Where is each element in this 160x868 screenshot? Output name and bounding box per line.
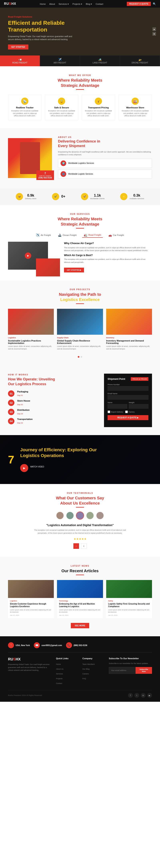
news-excerpt-3: Lorem ipsum dolor sit amet consectetur a… [108,609,150,613]
service-secondary-image [36,258,60,276]
footer-contact-email: ✉️ user0001@gmail.com [34,642,62,648]
footer-link-services[interactable]: Services [56,672,78,675]
footer-email-text: user0001@gmail.com [42,644,62,647]
how-it-works-section: HOW IT WORKS How We Operate: Unveiling O… [0,366,160,435]
request-quote-button[interactable]: REQUEST A QUOTE [127,2,151,6]
track-button[interactable]: TRACK & TRACE [131,377,149,381]
footer-link-team[interactable]: Team Members [82,662,104,665]
news-title-3: Logistic Safety First: Ensuring Security… [108,602,150,608]
footer-link-projects[interactable]: Projects [56,676,78,680]
footer-link-contact[interactable]: Contact [56,681,78,685]
shipment-checkboxes: Export Delivery Factory [108,410,149,413]
why-choose-title: Why Choose Air Cargo? [64,242,152,245]
search-icon[interactable]: 🔍 [153,2,156,5]
tab-road-freight-svc[interactable]: 🚛 Road Freight [82,232,103,238]
testimonials-label: OUR TESTIMONIALS [8,492,152,494]
footer-link-blog[interactable]: Our Blog [82,667,104,671]
facebook-icon[interactable]: f [128,693,133,698]
dot-1[interactable] [78,356,79,358]
about-section: 7 Call Our Support (336) 502-0156 ABOUT … [0,128,160,188]
phone-input[interactable] [108,386,149,391]
tab-road-freight[interactable]: 🚛 ROAD FREIGHT [0,56,40,66]
factory-checkbox[interactable]: Factory [125,410,135,413]
request-quote-submit-button[interactable]: REQUEST A QUOTE ▶ [108,415,149,420]
video-text: Journey of Efficiency: Exploring Our Log… [20,447,152,472]
footer-company-col: Company Team Members Our Blog Careers FA… [82,657,104,686]
feature-title: Safe & Secure [48,106,75,109]
news-grid: Logistics Elevate Customer Experience th… [8,580,152,618]
dot-2[interactable] [81,356,82,358]
avatar-3[interactable] [76,512,84,520]
tab-ocean-freight[interactable]: 🚢 Ocean Freight [56,232,78,238]
feature-realtime-tracker: 📡 Realtime Tracker Excepteur sint occaec… [8,95,42,120]
play-button[interactable]: ▶ [25,252,31,259]
footer-link-careers[interactable]: Careers [82,672,104,675]
get-started-button[interactable]: GET STARTED ▶ [64,268,84,273]
step-info-4: Transportation Day 04 [17,418,33,424]
linkedin-icon[interactable]: in [141,693,145,698]
avatar-5[interactable] [96,512,104,520]
drone-freight-label: DRONE FREIGHT [122,62,158,64]
nav-item-home[interactable]: Home [40,2,46,6]
weight-group: Weight [129,402,149,408]
tab-land-freight[interactable]: 🚜 LAND FREIGHT [80,56,120,66]
avatar-4[interactable] [86,512,94,520]
email-input[interactable] [108,395,149,400]
youtube-icon[interactable]: ▶ [147,693,152,698]
footer-link-home[interactable]: Home [56,662,78,665]
tab-drone-freight[interactable]: 🚁 DRONE FREIGHT [120,56,160,66]
export-delivery-input[interactable] [108,410,110,413]
tab-air-freight[interactable]: ✈️ Air Freight [34,232,52,238]
hero-cta-button[interactable]: GET STARTED [8,44,28,50]
safe-secure-icon: 🔒 [58,98,65,105]
project-title-3: Inventory Management and Demand Forecast… [106,340,152,344]
which-cargo-desc: The excepteur sint occaecat cupidatat no… [64,258,152,264]
arrow-down-icon[interactable]: ▼ [152,32,156,36]
arrow-up-icon[interactable]: ▲ [152,27,156,31]
step-label-3: Distribution [17,409,30,411]
nav-item-contact[interactable]: Contact [96,2,103,6]
avatar-2[interactable] [66,512,74,520]
step-label-1: Packaging [17,391,28,393]
company-links-list: Team Members Our Blog Careers FAQ [82,662,104,680]
tab-air-freight[interactable]: ✈️ AIR FREIGHT [40,56,80,66]
freight-tabs: 🚛 ROAD FREIGHT ✈️ AIR FREIGHT 🚜 LAND FRE… [0,56,160,66]
feature-desc: Excepteur sint occaecat cupidatat non pr… [122,110,149,117]
footer-link-faq[interactable]: FAQ [82,676,104,680]
about-label: ABOUT US [58,136,152,138]
testimonial-next-button[interactable]: › [81,543,87,549]
footer-logo: RUSHX [8,657,51,661]
nav-item-about[interactable]: About [49,2,55,6]
testimonial-prev-button[interactable]: ‹ [73,543,79,549]
road-icon: 🚛 [84,233,87,237]
export-delivery-checkbox[interactable]: Export Delivery [108,410,123,413]
newsletter-subscribe-button[interactable]: Subscribe Now [136,667,152,674]
name-input[interactable] [108,404,127,408]
video-large-icon: 7 [8,454,14,465]
step-label-2: Store House [17,400,30,402]
footer-link-about[interactable]: About Us [56,667,78,671]
service-content: ▶ Why Choose Air Cargo? The excepteur si… [8,242,152,273]
factory-input[interactable] [125,410,128,413]
footer-desc: Empowering Global Trade: Our road freigh… [8,663,51,672]
nav-item-projects[interactable]: Projects ▾ [72,2,82,6]
video-play-button[interactable]: ▶ [20,464,28,472]
company-title: Company [82,657,104,660]
step-distribution: 03 Distribution Day 03 [8,409,98,415]
weight-input[interactable] [129,404,149,408]
newsletter-email-input[interactable] [109,667,136,674]
twitter-icon[interactable]: t [134,693,139,698]
step-num-2: 02 [8,400,15,406]
see-more-button[interactable]: SEE MORE [71,623,89,628]
testimonial-stars: ★★★★★ [8,537,152,540]
projects-dots-nav [8,356,152,358]
news-excerpt-2: Lorem ipsum dolor sit amet consectetur a… [59,609,101,613]
worldwide-logistic-btn[interactable]: 🌐 Worldwide Logistic Services [58,169,152,179]
avatar-1[interactable] [56,512,64,520]
tab-car-freight[interactable]: 🚗 Car Freight [107,232,126,238]
nav-item-blog[interactable]: Blog ▾ [86,2,92,6]
nav-item-services[interactable]: Services ▾ [59,2,69,6]
stat-number-services: 0.3k [129,193,144,197]
worldwide-logistics-btn[interactable]: 🌍 Worldwide Logistics Services [58,159,152,168]
services-title: Where Reliability Meets Strategic Advant… [8,216,152,227]
